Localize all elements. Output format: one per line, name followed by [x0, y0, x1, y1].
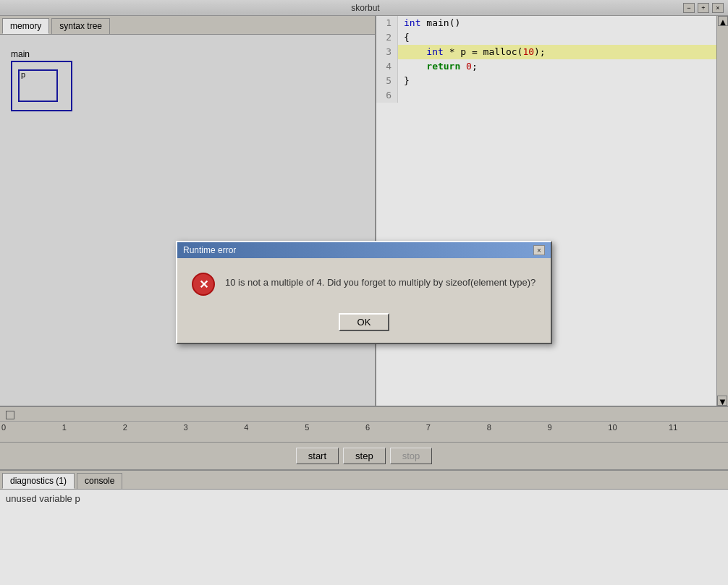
modal-ok-button[interactable]: OK: [339, 313, 390, 331]
modal-overlay: Runtime error × ✕ 10 is not a multiple o…: [0, 0, 728, 585]
modal-body: ✕ 10 is not a multiple of 4. Did you for…: [177, 258, 551, 307]
runtime-error-dialog: Runtime error × ✕ 10 is not a multiple o…: [176, 241, 552, 344]
modal-message: 10 is not a multiple of 4. Did you forge…: [225, 273, 536, 290]
modal-close-button[interactable]: ×: [533, 245, 545, 255]
modal-footer: OK: [177, 307, 551, 343]
modal-title: Runtime error: [183, 245, 236, 255]
modal-titlebar: Runtime error ×: [177, 242, 551, 258]
error-icon: ✕: [192, 273, 215, 296]
